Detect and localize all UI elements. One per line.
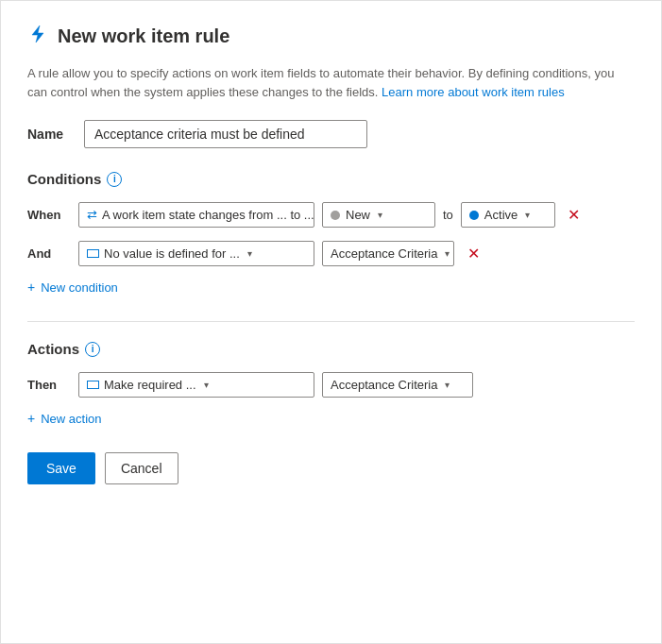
- then-label: Then: [27, 378, 71, 392]
- name-label: Name: [27, 127, 84, 142]
- when-dropdown-text: A work item state changes from ... to ..…: [102, 208, 314, 222]
- new-action-label: New action: [41, 412, 101, 426]
- and-label: And: [27, 246, 71, 261]
- arrows-icon: ⇄: [87, 208, 97, 222]
- action-field-text: Acceptance Criteria: [331, 378, 437, 392]
- section-divider: [27, 321, 635, 322]
- page-description: A rule allow you to specify actions on w…: [27, 64, 635, 101]
- action-dropdown[interactable]: Make required ... ▾: [78, 372, 314, 398]
- when-remove-button[interactable]: ✕: [563, 204, 586, 227]
- actions-info-icon[interactable]: i: [85, 342, 100, 357]
- actions-section: Actions i Then Make required ... ▾ Accep…: [27, 341, 635, 426]
- and-condition-dropdown[interactable]: No value is defined for ... ▾: [78, 241, 314, 266]
- state-from-chevron-icon: ▾: [378, 210, 382, 220]
- conditions-header: Conditions i: [27, 171, 635, 187]
- page-container: New work item rule A rule allow you to s…: [0, 0, 662, 644]
- state-to-dropdown[interactable]: Active ▾: [461, 202, 555, 228]
- when-dropdown[interactable]: ⇄ A work item state changes from ... to …: [78, 202, 314, 228]
- name-input[interactable]: [84, 120, 367, 148]
- state-from-text: New: [346, 208, 370, 222]
- and-field-chevron-icon: ▾: [445, 248, 450, 259]
- svg-marker-0: [32, 25, 43, 42]
- conditions-section: Conditions i When ⇄ A work item state ch…: [27, 171, 635, 295]
- action-field-chevron-icon: ▾: [445, 380, 450, 390]
- state-to-chevron-icon: ▾: [525, 210, 530, 220]
- cancel-button[interactable]: Cancel: [105, 452, 178, 484]
- to-label: to: [443, 208, 453, 222]
- when-label: When: [27, 208, 71, 222]
- and-dropdown-text: No value is defined for ...: [104, 246, 240, 261]
- footer-buttons: Save Cancel: [27, 452, 635, 484]
- then-row: Then Make required ... ▾ Acceptance Crit…: [27, 372, 635, 398]
- title-row: New work item rule: [27, 24, 635, 49]
- conditions-info-icon[interactable]: i: [107, 172, 122, 187]
- new-action-button[interactable]: + New action: [27, 411, 102, 426]
- lightning-icon: [27, 24, 48, 49]
- and-remove-button[interactable]: ✕: [462, 243, 484, 265]
- and-field-dropdown[interactable]: Acceptance Criteria ▾: [322, 241, 454, 266]
- actions-header: Actions i: [27, 341, 635, 357]
- state-from-dropdown[interactable]: New ▾: [322, 202, 435, 228]
- name-row: Name: [27, 120, 635, 148]
- page-title: New work item rule: [58, 25, 229, 47]
- when-row: When ⇄ A work item state changes from ..…: [27, 202, 635, 228]
- field-icon: [87, 249, 99, 258]
- and-row: And No value is defined for ... ▾ Accept…: [27, 241, 635, 266]
- actions-label: Actions: [27, 341, 79, 357]
- action-plus-icon: +: [27, 411, 35, 426]
- plus-icon: +: [27, 280, 35, 295]
- new-condition-button[interactable]: + New condition: [27, 280, 118, 295]
- action-field-dropdown[interactable]: Acceptance Criteria ▾: [322, 372, 473, 398]
- and-chevron-icon: ▾: [247, 248, 252, 259]
- grey-dot-icon: [331, 211, 340, 220]
- new-condition-label: New condition: [41, 280, 118, 295]
- blue-dot-icon: [469, 211, 479, 220]
- learn-more-link[interactable]: Learn more about work item rules: [382, 85, 565, 99]
- save-button[interactable]: Save: [27, 452, 95, 484]
- state-to-text: Active: [484, 208, 518, 222]
- action-dropdown-text: Make required ...: [104, 378, 196, 392]
- action-chevron-icon: ▾: [204, 380, 209, 390]
- and-field-text: Acceptance Criteria: [331, 246, 437, 261]
- conditions-label: Conditions: [27, 171, 101, 187]
- action-icon: [87, 381, 99, 389]
